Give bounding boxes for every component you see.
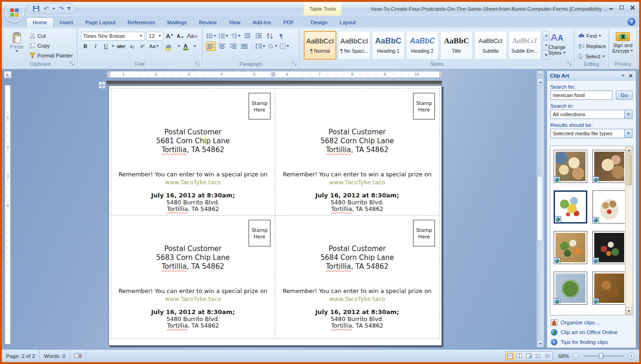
line-spacing-button[interactable]: [255, 42, 266, 51]
tab-add-ins[interactable]: Add-Ins: [246, 18, 277, 27]
ruler-column-marker[interactable]: [271, 72, 275, 77]
clear-formatting-button[interactable]: Aa: [186, 32, 199, 41]
style-heading-1[interactable]: AaBbC Heading 1: [372, 31, 405, 60]
dropdown-arrow-button[interactable]: [624, 110, 632, 119]
web-layout-view-button[interactable]: [524, 352, 534, 360]
vertical-ruler[interactable]: 1 2 3 4: [5, 85, 11, 344]
undo-button[interactable]: ↶: [42, 5, 50, 13]
help-button[interactable]: ?: [627, 18, 635, 26]
minimize-button[interactable]: [607, 4, 615, 11]
horizontal-ruler[interactable]: 1 2 3 4 5 6 7 8 9 10: [107, 71, 443, 78]
font-family-combo[interactable]: Times New Roman: [81, 32, 145, 41]
change-styles-button[interactable]: AA Change Styles: [544, 31, 570, 62]
outline-view-button[interactable]: [534, 352, 543, 360]
results-scrollbar-thumb[interactable]: [626, 154, 632, 185]
font-size-combo[interactable]: 12: [146, 32, 164, 41]
organize-clips-link[interactable]: Organize clips...: [551, 319, 618, 326]
full-screen-reading-view-button[interactable]: [515, 352, 524, 360]
show-hide-marks-button[interactable]: ¶: [276, 31, 286, 41]
borders-button[interactable]: [279, 42, 290, 51]
tab-mailings[interactable]: Mailings: [161, 18, 193, 27]
clip-thumbnail-herbs[interactable]: [554, 272, 587, 305]
bullets-button[interactable]: [206, 31, 217, 41]
copy-button[interactable]: Copy: [28, 41, 74, 50]
style-heading-2[interactable]: AaBbC Heading 2: [406, 31, 439, 60]
customize-qat-button[interactable]: [67, 7, 71, 10]
undo-dropdown-arrow-icon[interactable]: [52, 8, 55, 10]
pane-close-icon[interactable]: [629, 74, 633, 77]
office-button[interactable]: [5, 3, 24, 22]
format-painter-button[interactable]: Format Painter: [28, 51, 74, 60]
style-no-spacing[interactable]: AaBbCcI ¶ No Spaci...: [338, 31, 370, 60]
clip-art-office-online-link[interactable]: Clip art on Office Online: [551, 329, 618, 336]
style-subtitle[interactable]: AaBbCcI Subtitle: [474, 31, 507, 60]
view-ruler-toggle-button[interactable]: [537, 71, 543, 78]
clip-thumbnail-tortilla-hands[interactable]: [554, 150, 587, 183]
increase-indent-button[interactable]: [254, 31, 264, 41]
zoom-slider[interactable]: [584, 356, 624, 357]
shrink-font-button[interactable]: A: [176, 32, 185, 41]
tab-home[interactable]: Home: [26, 17, 54, 27]
clip-thumbnail-fried-food[interactable]: [592, 272, 626, 305]
scrollbar-thumb[interactable]: [537, 176, 543, 241]
maximize-button[interactable]: [618, 4, 626, 11]
numbering-button[interactable]: [218, 31, 229, 41]
subscript-button[interactable]: x₂: [128, 42, 136, 51]
tab-review[interactable]: Review: [193, 18, 223, 27]
select-button[interactable]: Select: [577, 52, 607, 61]
tab-stop-selector[interactable]: L: [4, 71, 12, 78]
tab-pdf[interactable]: PDF: [277, 18, 300, 27]
scroll-up-button[interactable]: [537, 78, 543, 85]
clipboard-dialog-launcher[interactable]: [70, 61, 75, 66]
clip-thumbnail-pastries[interactable]: [592, 190, 626, 224]
tab-references[interactable]: References: [121, 18, 161, 27]
styles-dialog-launcher[interactable]: [567, 61, 572, 66]
paste-button[interactable]: Paste: [7, 31, 26, 61]
underline-dropdown-arrow-icon[interactable]: [112, 45, 114, 47]
print-layout-view-button[interactable]: [506, 352, 515, 360]
clip-thumbnail-tortilla-stack[interactable]: [592, 150, 626, 183]
document-page[interactable]: Stamp Here Postal Customer 5681 Corn Chi…: [108, 85, 442, 346]
multilevel-list-button[interactable]: [230, 31, 241, 41]
style-title[interactable]: AaBbC Title: [440, 31, 473, 60]
draft-view-button[interactable]: [543, 352, 552, 360]
redo-button[interactable]: ↷: [57, 5, 65, 13]
zoom-out-button[interactable]: –: [573, 353, 579, 359]
replace-button[interactable]: abac Replace: [577, 42, 607, 50]
style-normal[interactable]: AaBbCcI ¶ Normal: [304, 31, 336, 60]
tab-view[interactable]: View: [223, 18, 247, 27]
table-move-handle[interactable]: [99, 82, 106, 89]
save-button[interactable]: [32, 5, 40, 13]
zoom-slider-thumb[interactable]: [599, 353, 603, 359]
decrease-indent-button[interactable]: [242, 31, 252, 41]
find-button[interactable]: Find: [577, 31, 607, 40]
grow-font-button[interactable]: A: [165, 32, 174, 41]
style-subtle-emphasis[interactable]: AaBbCcI Subtle Em...: [508, 31, 541, 60]
font-color-button[interactable]: A: [183, 42, 197, 51]
close-button[interactable]: [628, 4, 636, 11]
bold-button[interactable]: B: [81, 42, 90, 51]
superscript-button[interactable]: x²: [138, 42, 147, 51]
zoom-level[interactable]: 68%: [558, 353, 569, 359]
paragraph-dialog-launcher[interactable]: [292, 61, 297, 66]
clip-thumbnail-vegetables[interactable]: [554, 231, 587, 264]
tab-design[interactable]: Design: [305, 18, 334, 27]
scroll-down-button[interactable]: [537, 340, 543, 347]
search-in-dropdown[interactable]: All collections: [550, 110, 633, 119]
tab-page-layout[interactable]: Page Layout: [79, 18, 121, 27]
zoom-in-button[interactable]: +: [628, 353, 634, 359]
media-type-dropdown[interactable]: Selected media file types: [550, 129, 633, 138]
results-scroll-up-button[interactable]: [626, 147, 632, 154]
clip-thumbnail-vegetables-dark[interactable]: [592, 231, 626, 264]
shading-button[interactable]: [267, 42, 278, 51]
sign-and-encrypt-button[interactable]: Sign and Encrypt: [612, 31, 634, 54]
clip-thumbnail-taco-plate-selected[interactable]: [554, 190, 587, 224]
results-scrollbar[interactable]: [625, 147, 632, 315]
go-button[interactable]: Go: [616, 91, 633, 100]
underline-button[interactable]: U: [101, 42, 110, 51]
tips-for-finding-clips-link[interactable]: ? Tips for finding clips: [551, 339, 618, 345]
justify-button[interactable]: [240, 42, 249, 51]
word-count[interactable]: Words: 0: [40, 350, 70, 362]
strikethrough-button[interactable]: abe: [116, 42, 126, 51]
align-right-button[interactable]: [228, 42, 238, 51]
